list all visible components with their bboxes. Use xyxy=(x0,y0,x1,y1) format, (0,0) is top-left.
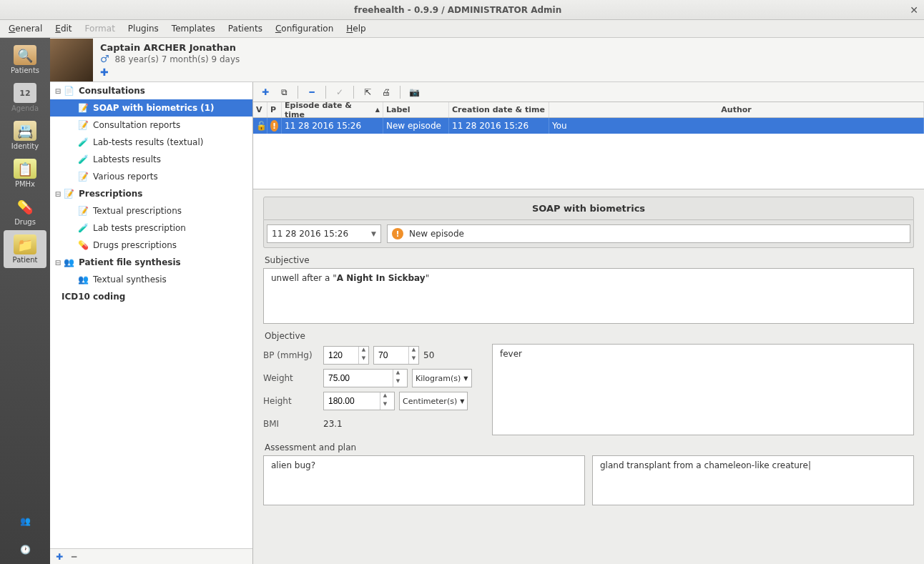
subjective-field[interactable]: unwell after a "A Night In Sickbay" xyxy=(263,268,914,324)
tree-prescriptions[interactable]: ⊟ 📝 Prescriptions xyxy=(50,185,252,202)
bp-label: BP (mmHg) xyxy=(263,350,319,360)
spin-down-icon[interactable]: ▼ xyxy=(380,401,390,410)
objective-label: Objective xyxy=(265,331,913,341)
soap-form: SOAP with biometrics 11 28 2016 15:26 ▼ … xyxy=(253,189,924,564)
col-v[interactable]: V xyxy=(253,102,267,117)
col-creation[interactable]: Creation date & time xyxy=(449,102,549,117)
col-p[interactable]: P xyxy=(267,102,282,117)
patients-icon: 🔍 xyxy=(14,45,36,65)
height-unit-select[interactable]: Centimeter(s)▼ xyxy=(399,392,468,410)
tree-consult-reports[interactable]: 📝 Consultation reports xyxy=(50,117,252,134)
assessment-field[interactable]: alien bug? xyxy=(263,455,585,505)
patient-file-icon: 📁 xyxy=(14,234,36,254)
menu-general[interactable]: General xyxy=(9,24,42,34)
col-date[interactable]: Episode date & time▲ xyxy=(282,102,383,117)
print-button[interactable]: 🖨 xyxy=(378,84,394,100)
episode-row[interactable]: 🔓 ! 11 28 2016 15:26 New episode 11 28 2… xyxy=(253,118,924,134)
tree-textual-presc[interactable]: 📝 Textual prescriptions xyxy=(50,202,252,219)
snapshot-button[interactable]: 📷 xyxy=(406,84,422,100)
episode-date-select[interactable]: 11 28 2016 15:26 ▼ xyxy=(267,224,381,243)
users-icon: 👥 xyxy=(63,257,74,268)
collapse-icon[interactable]: ⊟ xyxy=(53,190,63,198)
tree-labtests-textual[interactable]: 🧪 Lab-tests results (textual) xyxy=(50,134,252,151)
spin-down-icon[interactable]: ▼ xyxy=(409,355,418,364)
lab-icon: 🧪 xyxy=(77,154,89,165)
sidebar-item-patient[interactable]: 📁 Patient xyxy=(4,230,46,268)
clock-icon[interactable]: 🕐 xyxy=(11,538,39,561)
tree-drugs-presc[interactable]: 💊 Drugs prescriptions xyxy=(50,237,252,254)
mode-sidebar: 🔍 Patients 12 Agenda 📇 Identity 📋 PMHx 💊… xyxy=(0,38,50,564)
warning-icon: ! xyxy=(392,228,403,239)
sidebar-item-patients[interactable]: 🔍 Patients xyxy=(4,41,46,79)
col-label[interactable]: Label xyxy=(383,102,449,117)
patient-avatar xyxy=(50,39,93,81)
spin-up-icon[interactable]: ▲ xyxy=(409,347,418,355)
spin-up-icon[interactable]: ▲ xyxy=(380,392,390,401)
users-icon[interactable]: 👥 xyxy=(11,510,39,533)
sidebar-item-pmhx[interactable]: 📋 PMHx xyxy=(4,154,46,192)
episode-toolbar: ✚ ⧉ ━ ✓ ⇱ 🖨 📷 xyxy=(253,82,924,102)
tree-synthesis[interactable]: ⊟ 👥 Patient file synthesis xyxy=(50,254,252,271)
rx-icon: 📝 xyxy=(63,188,74,199)
gender-male-icon: ♂ xyxy=(100,53,109,64)
tree-textual-synth[interactable]: 👥 Textual synthesis xyxy=(50,271,252,288)
menu-patients[interactable]: Patients xyxy=(228,24,262,34)
sidebar-item-drugs[interactable]: 💊 Drugs xyxy=(4,192,46,230)
drugs-icon: 💊 xyxy=(14,197,36,217)
tree-remove-button[interactable]: ━ xyxy=(72,552,77,562)
doc-icon: 📝 xyxy=(77,205,89,217)
close-icon[interactable]: ✕ xyxy=(910,4,918,16)
sidebar-item-identity[interactable]: 📇 Identity xyxy=(4,117,46,154)
export-button[interactable]: ⇱ xyxy=(360,84,375,100)
spin-up-icon[interactable]: ▲ xyxy=(393,370,403,378)
remove-button[interactable]: ━ xyxy=(304,84,320,100)
assessment-plan-label: Assessment and plan xyxy=(265,442,913,452)
folder-icon: 📄 xyxy=(63,85,74,97)
menu-help[interactable]: Help xyxy=(346,24,365,34)
bmi-value: 23.1 xyxy=(323,419,343,429)
height-input[interactable]: ▲▼ xyxy=(323,392,395,410)
lab-icon: 🧪 xyxy=(77,222,89,234)
menu-edit[interactable]: Edit xyxy=(55,24,72,34)
menu-configuration[interactable]: Configuration xyxy=(275,24,333,34)
lock-icon: 🔓 xyxy=(256,121,267,131)
collapse-icon[interactable]: ⊟ xyxy=(53,87,63,95)
tree-various[interactable]: 📝 Various reports xyxy=(50,168,252,185)
tree-soap[interactable]: 📝 SOAP with biometrics (1) xyxy=(50,99,252,117)
add-patient-button[interactable]: ✚ xyxy=(100,67,113,77)
add-episode-button[interactable]: ✚ xyxy=(257,84,273,100)
patient-age-line: ♂ 88 year(s) 7 month(s) 9 days xyxy=(100,53,924,64)
subjective-label: Subjective xyxy=(265,255,913,265)
tree-labtests[interactable]: 🧪 Labtests results xyxy=(50,151,252,168)
spin-down-icon[interactable]: ▼ xyxy=(393,378,403,387)
duplicate-button[interactable]: ⧉ xyxy=(276,84,292,100)
pmhx-icon: 📋 xyxy=(14,159,36,179)
height-label: Height xyxy=(263,396,319,406)
spin-down-icon[interactable]: ▼ xyxy=(359,355,368,364)
objective-text-field[interactable]: fever xyxy=(492,344,914,435)
spin-up-icon[interactable]: ▲ xyxy=(359,347,368,355)
warning-icon: ! xyxy=(270,120,278,132)
episode-label-field[interactable]: ! New episode xyxy=(387,224,910,243)
tree-lab-presc[interactable]: 🧪 Lab tests prescription xyxy=(50,219,252,237)
sidebar-item-agenda[interactable]: 12 Agenda xyxy=(4,79,46,117)
tree-add-button[interactable]: ✚ xyxy=(56,552,63,562)
weight-unit-select[interactable]: Kilogram(s)▼ xyxy=(412,369,472,387)
bp-systolic-input[interactable]: ▲▼ xyxy=(323,346,369,365)
chevron-down-icon: ▼ xyxy=(371,230,376,237)
collapse-icon[interactable]: ⊟ xyxy=(53,259,63,267)
menu-templates[interactable]: Templates xyxy=(172,24,215,34)
agenda-icon: 12 xyxy=(14,83,36,103)
plan-field[interactable]: gland transplant from a chameleon-like c… xyxy=(592,455,914,505)
tree-consultations[interactable]: ⊟ 📄 Consultations xyxy=(50,82,252,99)
validate-button[interactable]: ✓ xyxy=(332,84,348,100)
bmi-label: BMI xyxy=(263,419,319,429)
tree-icd10[interactable]: ICD10 coding xyxy=(50,288,252,305)
patient-name: Captain ARCHER Jonathan xyxy=(100,42,924,53)
bp-diastolic-input[interactable]: ▲▼ xyxy=(373,346,419,365)
menu-plugins[interactable]: Plugins xyxy=(128,24,159,34)
title-bar: freehealth - 0.9.9 / ADMINISTRATOR Admin… xyxy=(0,0,924,20)
col-author[interactable]: Author xyxy=(549,102,924,117)
weight-input[interactable]: ▲▼ xyxy=(323,369,408,387)
doc-icon: 📝 xyxy=(77,102,89,114)
